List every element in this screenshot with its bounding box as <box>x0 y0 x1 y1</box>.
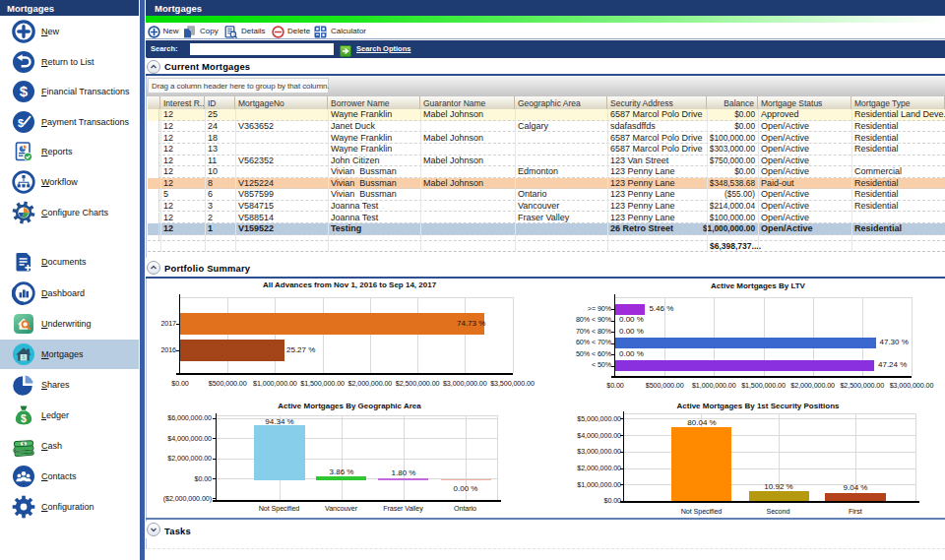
svg-text:$: $ <box>18 117 24 129</box>
svg-text:$: $ <box>21 412 27 424</box>
svg-text:$: $ <box>20 83 29 99</box>
